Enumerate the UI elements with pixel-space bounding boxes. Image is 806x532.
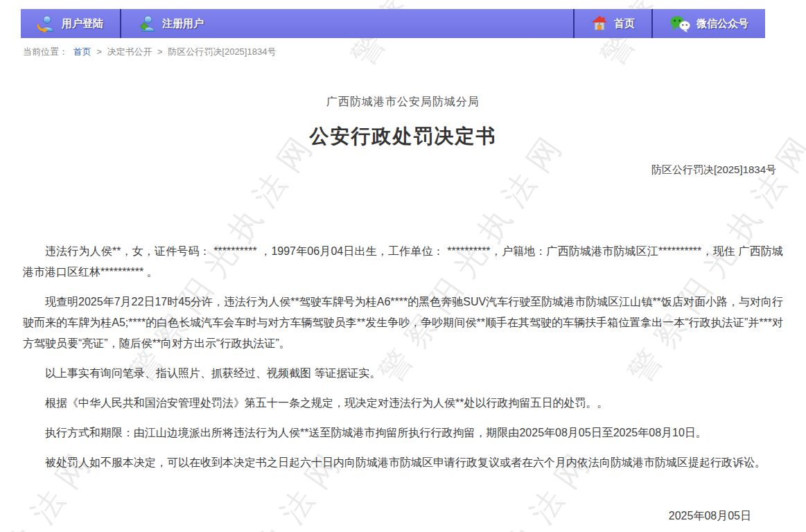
penalty-decision-document: 广西防城港市公安局防城分局 公安行政处罚决定书 防区公行罚决[2025]1834… [0, 66, 806, 524]
document-body: 违法行为人侯**，女，证件号码： ********** ，1997年06月04日… [23, 241, 783, 473]
breadcrumb-home-link[interactable]: 首页 [73, 46, 91, 57]
breadcrumb: 当前位置： 首页 > 决定书公开 > 防区公行罚决[2025]1834号 [23, 46, 279, 58]
document-date: 2025年08月05日 [23, 509, 783, 524]
paragraph: 现查明2025年7月22日17时45分许，违法行为人侯**驾驶车牌号为桂A6**… [23, 292, 783, 354]
breadcrumb-separator: > [96, 46, 102, 57]
nav-item-login[interactable]: 用户登陆 [21, 9, 120, 38]
document-number: 防区公行罚决[2025]1834号 [23, 163, 783, 177]
document-title: 公安行政处罚决定书 [23, 123, 783, 150]
nav-item-label: 注册用户 [162, 17, 204, 30]
paragraph: 被处罚人如不服本决定，可以在收到本决定书之日起六十日内向防城港市防城区申请行政复… [23, 452, 783, 473]
nav-item-label: 微信公众号 [697, 17, 748, 30]
nav-item-register[interactable]: 注册用户 [121, 9, 220, 38]
nav-item-label: 用户登陆 [62, 17, 103, 30]
issuing-agency: 广西防城港市公安局防城分局 [23, 95, 783, 109]
paragraph: 以上事实有询问笔录、指认照片、抓获经过、视频截图 等证据证实。 [23, 363, 783, 384]
user-register-icon [138, 15, 156, 33]
breadcrumb-level: 决定书公开 [107, 46, 152, 57]
home-icon [591, 15, 608, 32]
nav-item-home[interactable]: 首页 [575, 9, 651, 38]
nav-spacer [220, 9, 573, 38]
nav-item-label: 首页 [614, 17, 635, 30]
nav-item-wechat[interactable]: 微信公众号 [653, 9, 765, 38]
paragraph: 根据《中华人民共和国治安管理处罚法》第五十一条之规定，现决定对违法行为人侯**处… [23, 393, 783, 414]
wechat-icon [669, 15, 690, 33]
breadcrumb-current: 防区公行罚决[2025]1834号 [168, 46, 276, 57]
paragraph: 违法行为人侯**，女，证件号码： ********** ，1997年06月04日… [23, 241, 783, 283]
user-login-icon [37, 15, 55, 33]
paragraph: 执行方式和期限：由江山边境派出所将违法行为人侯**送至防城港市拘留所执行行政拘留… [23, 423, 783, 443]
breadcrumb-separator: > [157, 46, 163, 57]
breadcrumb-prefix: 当前位置： [23, 46, 68, 57]
top-navbar: 用户登陆 注册用户 首页 [21, 9, 765, 38]
